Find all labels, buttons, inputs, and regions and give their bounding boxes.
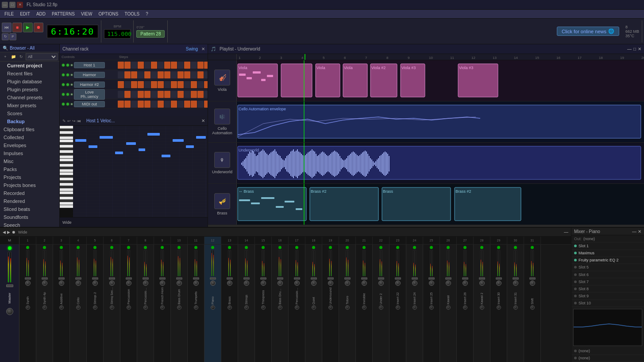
cell[interactable]	[131, 101, 137, 108]
ch-knob-send[interactable]	[311, 280, 316, 286]
ch-send-knob[interactable]	[194, 305, 198, 310]
cello-content[interactable]: Cello Automation envelope	[237, 101, 644, 142]
mixer-channel-piano[interactable]: Piano	[204, 245, 221, 362]
cell[interactable]	[184, 71, 190, 78]
pr-tool-1[interactable]: ✎	[62, 119, 66, 123]
love-mute[interactable]	[66, 93, 69, 96]
viola-content[interactable]: Viola Viola Viola Viola #2 Viola #3 Viol	[237, 60, 644, 101]
midi-mute[interactable]	[66, 102, 69, 106]
ch-active-led[interactable]	[346, 246, 349, 249]
ch-active-led[interactable]	[93, 246, 96, 249]
piano-key[interactable]	[60, 183, 73, 186]
cell[interactable]	[124, 81, 131, 88]
bpm-display[interactable]: 115.000	[104, 29, 131, 39]
loop-btn[interactable]: ↻	[2, 33, 9, 40]
ch-knob-send[interactable]	[126, 280, 131, 286]
mixer-channel-string-section[interactable]: String Section	[104, 245, 120, 362]
cell[interactable]	[177, 81, 184, 88]
cell[interactable]	[204, 71, 208, 78]
cell[interactable]	[138, 81, 144, 88]
cell[interactable]	[171, 101, 177, 108]
cell[interactable]	[184, 62, 190, 69]
ch-active-led[interactable]	[228, 246, 231, 249]
play-btn[interactable]: ▶	[23, 23, 33, 32]
ch-knob-send[interactable]	[328, 280, 333, 286]
ch-send-knob[interactable]	[429, 305, 434, 310]
cell[interactable]	[171, 91, 177, 98]
ch-send-knob[interactable]	[177, 305, 181, 310]
pr-tool-3[interactable]: ↪	[72, 119, 76, 123]
sidebar-item-soundfonts[interactable]: Soundfonts	[0, 213, 59, 221]
host1-name[interactable]: Host 1	[74, 62, 105, 68]
midi-solo[interactable]	[70, 103, 73, 105]
cell[interactable]	[177, 71, 184, 78]
cell[interactable]	[151, 91, 157, 98]
piano-key[interactable]	[60, 136, 73, 140]
ch-active-led[interactable]	[144, 246, 147, 249]
mixer-channel-insert-26[interactable]: Insert 26	[457, 245, 474, 362]
cell[interactable]	[144, 91, 150, 98]
piano-key[interactable]	[60, 140, 73, 143]
ch-active-led[interactable]	[26, 246, 29, 249]
mixer-channel-insert-31[interactable]: Insert 31	[507, 245, 524, 362]
host1-mute[interactable]	[66, 63, 69, 67]
ch-send-knob[interactable]	[160, 305, 165, 310]
love-led[interactable]	[62, 93, 65, 96]
cell[interactable]	[138, 101, 144, 108]
ch-send-knob[interactable]	[345, 305, 350, 310]
ch-send-knob[interactable]	[446, 305, 451, 310]
mixer-channel-additive[interactable]: Additive	[53, 245, 70, 362]
ch-knob-send[interactable]	[227, 280, 232, 286]
cell[interactable]	[144, 81, 150, 88]
menu-help[interactable]: ?	[143, 11, 151, 17]
ch-send-knob[interactable]	[76, 305, 81, 310]
piano-key[interactable]	[60, 169, 73, 172]
sidebar-item-projects-bones[interactable]: Projects bones	[0, 181, 59, 189]
mixer-channel-strings[interactable]: Strings	[238, 245, 255, 362]
ch-knob-send[interactable]	[143, 280, 148, 286]
piano-key[interactable]	[60, 172, 73, 175]
ch-active-led[interactable]	[430, 246, 433, 249]
host1-solo[interactable]	[70, 64, 73, 66]
piano-key[interactable]	[60, 131, 73, 134]
ch-knob-send[interactable]	[530, 280, 535, 286]
slot-8[interactable]: Slot 8	[571, 285, 644, 292]
ch-send-knob[interactable]	[278, 305, 282, 310]
mixer-channel-undersound[interactable]: Undersound	[322, 245, 339, 362]
midi-name[interactable]: MIDI out	[74, 101, 105, 107]
cell[interactable]	[118, 81, 124, 88]
pattern-selector[interactable]: Pattern 28	[136, 30, 165, 38]
cell[interactable]	[151, 101, 157, 108]
mixer-channel-invisible[interactable]: Invisible	[356, 245, 373, 362]
mixer-channel-percussion[interactable]: Percussion	[120, 245, 137, 362]
pr-tool-4[interactable]: ⏮	[77, 119, 81, 123]
slot-fruity-eq[interactable]: Fruity parametric EQ 2	[571, 257, 644, 264]
ch-knob-send[interactable]	[109, 280, 115, 286]
mixer-channel-strings-2[interactable]: Strings 2	[87, 245, 104, 362]
prev-btn[interactable]: ⏮	[2, 23, 12, 32]
mixer-channel-synth-4p[interactable]: Synth 4p	[36, 245, 53, 362]
ch-send-knob[interactable]	[228, 305, 232, 310]
slot-maximus[interactable]: Maximus	[571, 250, 644, 257]
cell[interactable]	[164, 81, 170, 88]
brass-content[interactable]: ↔ Brass Brass #2 Brass Brass #2	[237, 184, 644, 225]
cell[interactable]	[171, 62, 177, 69]
ch-active-led[interactable]	[194, 246, 197, 249]
cell[interactable]	[138, 71, 144, 78]
ch-send-knob[interactable]	[463, 305, 467, 310]
sidebar-item-backup[interactable]: Backup	[0, 117, 59, 125]
ch-active-led[interactable]	[278, 246, 282, 249]
mixer-channel-kawaii-2[interactable]: Kawaii 2	[474, 245, 490, 362]
cell[interactable]	[164, 71, 170, 78]
cell[interactable]	[184, 101, 190, 108]
harmor-mute[interactable]	[66, 73, 69, 77]
harmor2-solo[interactable]	[70, 83, 73, 86]
ch-knob-send[interactable]	[76, 280, 81, 286]
ch-knob-send[interactable]	[25, 280, 31, 286]
sidebar-item-channel-presets[interactable]: Channel presets	[0, 93, 59, 101]
sidebar-item-plugin-database[interactable]: Plugin database	[0, 78, 59, 86]
maximize-icon[interactable]: □	[9, 2, 15, 8]
close-icon[interactable]: ✕	[17, 2, 23, 8]
ch-active-led[interactable]	[480, 246, 483, 249]
sidebar-item-clipboard[interactable]: Clipboard files	[0, 125, 59, 133]
